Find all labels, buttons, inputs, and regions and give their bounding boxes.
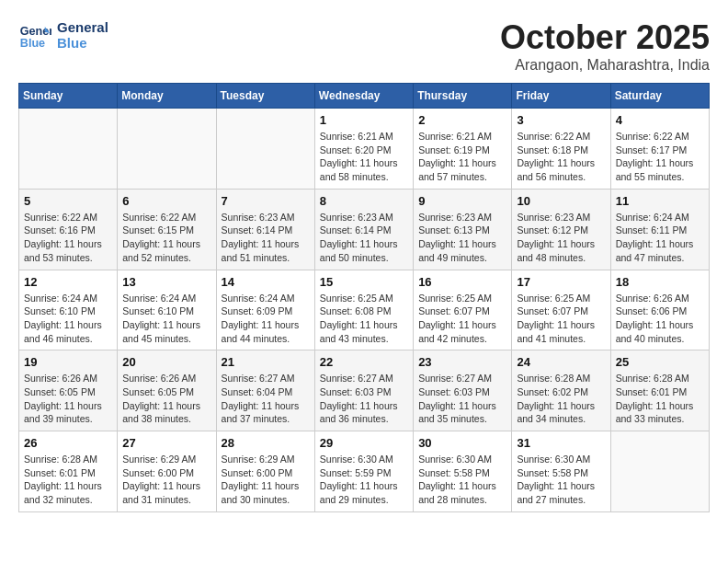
calendar-cell: 5Sunrise: 6:22 AM Sunset: 6:16 PM Daylig… [19,189,118,270]
calendar-week-row: 12Sunrise: 6:24 AM Sunset: 6:10 PM Dayli… [19,270,710,350]
weekday-header-friday: Friday [512,84,610,109]
day-number: 6 [122,194,210,208]
calendar-cell [216,109,314,190]
day-info: Sunrise: 6:24 AM Sunset: 6:11 PM Dayligh… [616,211,704,265]
day-number: 7 [222,194,310,208]
day-number: 15 [320,275,408,289]
calendar-cell [19,109,118,190]
calendar-cell: 21Sunrise: 6:27 AM Sunset: 6:04 PM Dayli… [216,350,314,431]
day-number: 24 [517,355,605,369]
calendar-cell: 15Sunrise: 6:25 AM Sunset: 6:08 PM Dayli… [314,270,413,350]
day-number: 19 [24,355,112,369]
title-block: October 2025 Arangaon, Maharashtra, Indi… [500,18,710,74]
weekday-header-saturday: Saturday [610,84,709,109]
calendar-cell: 17Sunrise: 6:25 AM Sunset: 6:07 PM Dayli… [512,270,610,350]
calendar-cell: 28Sunrise: 6:29 AM Sunset: 6:00 PM Dayli… [216,431,314,512]
calendar-cell: 20Sunrise: 6:26 AM Sunset: 6:05 PM Dayli… [118,350,216,431]
day-info: Sunrise: 6:26 AM Sunset: 6:05 PM Dayligh… [24,372,112,426]
calendar-cell: 2Sunrise: 6:21 AM Sunset: 6:19 PM Daylig… [414,109,512,190]
calendar-week-row: 5Sunrise: 6:22 AM Sunset: 6:16 PM Daylig… [19,189,710,270]
calendar-week-row: 1Sunrise: 6:21 AM Sunset: 6:20 PM Daylig… [19,109,710,190]
day-info: Sunrise: 6:21 AM Sunset: 6:20 PM Dayligh… [320,130,408,184]
day-number: 1 [320,113,408,127]
day-info: Sunrise: 6:22 AM Sunset: 6:18 PM Dayligh… [517,130,605,184]
calendar-cell: 3Sunrise: 6:22 AM Sunset: 6:18 PM Daylig… [512,109,610,190]
day-info: Sunrise: 6:26 AM Sunset: 6:05 PM Dayligh… [122,372,210,426]
calendar-cell: 11Sunrise: 6:24 AM Sunset: 6:11 PM Dayli… [610,189,709,270]
day-number: 20 [122,355,210,369]
calendar-table: SundayMondayTuesdayWednesdayThursdayFrid… [18,83,710,512]
day-info: Sunrise: 6:24 AM Sunset: 6:10 PM Dayligh… [122,292,210,346]
day-info: Sunrise: 6:22 AM Sunset: 6:17 PM Dayligh… [616,130,704,184]
day-number: 28 [222,436,310,450]
logo-blue: Blue [57,35,108,51]
day-number: 17 [517,275,605,289]
day-info: Sunrise: 6:23 AM Sunset: 6:14 PM Dayligh… [320,211,408,265]
day-number: 13 [122,275,210,289]
day-info: Sunrise: 6:27 AM Sunset: 6:04 PM Dayligh… [222,372,310,426]
day-number: 26 [24,436,112,450]
day-number: 25 [616,355,704,369]
day-info: Sunrise: 6:28 AM Sunset: 6:01 PM Dayligh… [616,372,704,426]
calendar-cell: 29Sunrise: 6:30 AM Sunset: 5:59 PM Dayli… [314,431,413,512]
calendar-cell: 18Sunrise: 6:26 AM Sunset: 6:06 PM Dayli… [610,270,709,350]
weekday-header-wednesday: Wednesday [314,84,413,109]
day-number: 21 [222,355,310,369]
day-info: Sunrise: 6:22 AM Sunset: 6:16 PM Dayligh… [24,211,112,265]
calendar-cell: 16Sunrise: 6:25 AM Sunset: 6:07 PM Dayli… [414,270,512,350]
calendar-cell: 25Sunrise: 6:28 AM Sunset: 6:01 PM Dayli… [610,350,709,431]
day-number: 12 [24,275,112,289]
day-number: 3 [517,113,605,127]
calendar-cell: 1Sunrise: 6:21 AM Sunset: 6:20 PM Daylig… [314,109,413,190]
calendar-cell: 10Sunrise: 6:23 AM Sunset: 6:12 PM Dayli… [512,189,610,270]
month-title: October 2025 [500,18,710,57]
calendar-cell: 6Sunrise: 6:22 AM Sunset: 6:15 PM Daylig… [118,189,216,270]
day-info: Sunrise: 6:23 AM Sunset: 6:13 PM Dayligh… [418,211,506,265]
day-number: 2 [418,113,506,127]
weekday-header-thursday: Thursday [414,84,512,109]
calendar-cell: 19Sunrise: 6:26 AM Sunset: 6:05 PM Dayli… [19,350,118,431]
day-info: Sunrise: 6:30 AM Sunset: 5:58 PM Dayligh… [418,453,506,507]
day-info: Sunrise: 6:25 AM Sunset: 6:07 PM Dayligh… [418,292,506,346]
location: Arangaon, Maharashtra, India [500,57,710,74]
calendar-cell: 26Sunrise: 6:28 AM Sunset: 6:01 PM Dayli… [19,431,118,512]
day-info: Sunrise: 6:23 AM Sunset: 6:14 PM Dayligh… [222,211,310,265]
day-number: 31 [517,436,605,450]
calendar-cell: 22Sunrise: 6:27 AM Sunset: 6:03 PM Dayli… [314,350,413,431]
logo-general: General [57,19,108,35]
calendar-cell: 12Sunrise: 6:24 AM Sunset: 6:10 PM Dayli… [19,270,118,350]
logo-icon: General Blue [18,18,51,52]
page-header: General Blue General Blue October 2025 A… [18,18,710,74]
day-number: 22 [320,355,408,369]
day-number: 10 [517,194,605,208]
day-info: Sunrise: 6:27 AM Sunset: 6:03 PM Dayligh… [320,372,408,426]
day-info: Sunrise: 6:24 AM Sunset: 6:10 PM Dayligh… [24,292,112,346]
day-info: Sunrise: 6:26 AM Sunset: 6:06 PM Dayligh… [616,292,704,346]
day-info: Sunrise: 6:23 AM Sunset: 6:12 PM Dayligh… [517,211,605,265]
weekday-header-monday: Monday [118,84,216,109]
day-info: Sunrise: 6:25 AM Sunset: 6:08 PM Dayligh… [320,292,408,346]
calendar-cell: 8Sunrise: 6:23 AM Sunset: 6:14 PM Daylig… [314,189,413,270]
weekday-header-tuesday: Tuesday [216,84,314,109]
day-info: Sunrise: 6:28 AM Sunset: 6:01 PM Dayligh… [24,453,112,507]
day-number: 30 [418,436,506,450]
day-number: 29 [320,436,408,450]
day-number: 5 [24,194,112,208]
weekday-header-sunday: Sunday [19,84,118,109]
calendar-week-row: 26Sunrise: 6:28 AM Sunset: 6:01 PM Dayli… [19,431,710,512]
day-number: 11 [616,194,704,208]
calendar-cell [118,109,216,190]
calendar-cell: 13Sunrise: 6:24 AM Sunset: 6:10 PM Dayli… [118,270,216,350]
calendar-cell: 31Sunrise: 6:30 AM Sunset: 5:58 PM Dayli… [512,431,610,512]
day-info: Sunrise: 6:29 AM Sunset: 6:00 PM Dayligh… [222,453,310,507]
svg-text:Blue: Blue [20,37,45,50]
day-info: Sunrise: 6:22 AM Sunset: 6:15 PM Dayligh… [122,211,210,265]
calendar-cell: 4Sunrise: 6:22 AM Sunset: 6:17 PM Daylig… [610,109,709,190]
calendar-cell: 30Sunrise: 6:30 AM Sunset: 5:58 PM Dayli… [414,431,512,512]
calendar-cell: 7Sunrise: 6:23 AM Sunset: 6:14 PM Daylig… [216,189,314,270]
calendar-week-row: 19Sunrise: 6:26 AM Sunset: 6:05 PM Dayli… [19,350,710,431]
calendar-cell: 9Sunrise: 6:23 AM Sunset: 6:13 PM Daylig… [414,189,512,270]
day-info: Sunrise: 6:30 AM Sunset: 5:58 PM Dayligh… [517,453,605,507]
calendar-cell [610,431,709,512]
day-info: Sunrise: 6:25 AM Sunset: 6:07 PM Dayligh… [517,292,605,346]
